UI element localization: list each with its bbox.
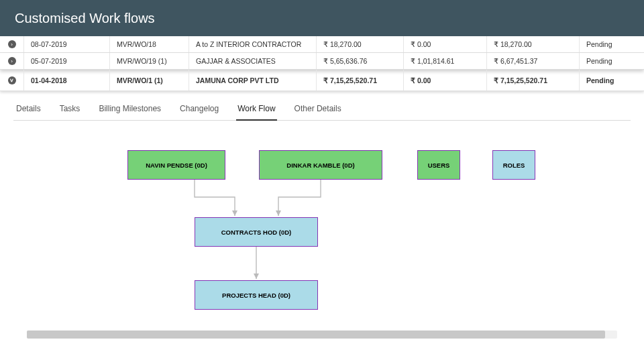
tab-details[interactable]: Details <box>15 98 42 120</box>
table-row[interactable]: › 05-07-2019 MVR/WO/19 (1) GAJJAR & ASSO… <box>0 53 644 70</box>
cell-ref: MVR/WO/1 (1) <box>110 70 189 90</box>
workflow-node-user-navin[interactable]: NAVIN PENDSE (0D) <box>127 150 225 180</box>
detail-tabs: Details Tasks Billing Milestones Changel… <box>0 91 644 121</box>
tab-tasks[interactable]: Tasks <box>58 98 82 120</box>
tab-work-flow[interactable]: Work Flow <box>236 98 276 121</box>
cell-amount2: ₹ 1,01,814.61 <box>404 53 487 69</box>
cell-amount3: ₹ 7,15,25,520.71 <box>487 70 580 90</box>
page-title: Customised Work flows <box>15 11 155 26</box>
cell-vendor: GAJJAR & ASSOCIATES <box>189 53 317 69</box>
workflow-node-role-projects-head[interactable]: PROJECTS HEAD (0D) <box>195 280 318 310</box>
cell-amount1: ₹ 18,270.00 <box>317 36 404 52</box>
work-order-table: › 08-07-2019 MVR/WO/18 A to Z INTERIOR C… <box>0 36 644 91</box>
chevron-down-icon[interactable]: ⅴ <box>8 76 16 84</box>
workflow-legend-users: USERS <box>417 150 460 180</box>
workflow-node-role-contracts-hod[interactable]: CONTRACTS HOD (0D) <box>195 217 318 247</box>
cell-date: 01-04-2018 <box>24 70 110 90</box>
tab-changelog[interactable]: Changelog <box>178 98 220 120</box>
cell-status: Pending <box>580 70 644 90</box>
cell-date: 05-07-2019 <box>24 53 110 69</box>
cell-ref: MVR/WO/18 <box>110 36 189 52</box>
cell-amount2: ₹ 0.00 <box>404 36 487 52</box>
workflow-legend-roles: ROLES <box>492 150 535 180</box>
horizontal-scrollbar[interactable] <box>27 330 617 339</box>
horizontal-scrollbar-thumb[interactable] <box>27 330 605 339</box>
cell-date: 08-07-2019 <box>24 36 110 52</box>
cell-vendor: A to Z INTERIOR CONTRACTOR <box>189 36 317 52</box>
cell-amount3: ₹ 18,270.00 <box>487 36 580 52</box>
cell-ref: MVR/WO/19 (1) <box>110 53 189 69</box>
table-row-expanded[interactable]: ⅴ 01-04-2018 MVR/WO/1 (1) JAMUNA CORP PV… <box>0 70 644 91</box>
chevron-right-icon[interactable]: › <box>8 57 16 65</box>
workflow-canvas: NAVIN PENDSE (0D) DINKAR KAMBLE (0D) USE… <box>13 130 631 345</box>
cell-amount1: ₹ 7,15,25,520.71 <box>317 70 404 90</box>
workflow-node-user-dinkar[interactable]: DINKAR KAMBLE (0D) <box>259 150 382 180</box>
cell-amount1: ₹ 5,65,636.76 <box>317 53 404 69</box>
cell-amount2: ₹ 0.00 <box>404 70 487 90</box>
cell-status: Pending <box>580 53 644 69</box>
chevron-right-icon[interactable]: › <box>8 40 16 48</box>
tab-other-details[interactable]: Other Details <box>293 98 343 120</box>
table-row[interactable]: › 08-07-2019 MVR/WO/18 A to Z INTERIOR C… <box>0 36 644 53</box>
cell-status: Pending <box>580 36 644 52</box>
cell-vendor: JAMUNA CORP PVT LTD <box>189 70 317 90</box>
page-title-bar: Customised Work flows <box>0 0 644 36</box>
cell-amount3: ₹ 6,67,451.37 <box>487 53 580 69</box>
tab-billing-milestones[interactable]: Billing Milestones <box>97 98 162 120</box>
